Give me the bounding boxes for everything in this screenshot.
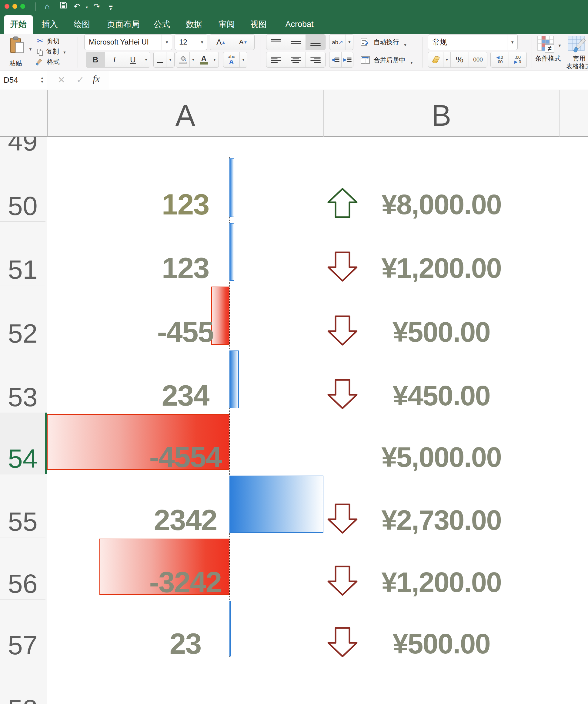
customize-quick-access-icon[interactable]: ▬▼ <box>109 4 112 11</box>
ribbon-tab-4[interactable]: 公式 <box>150 15 174 34</box>
border-button[interactable] <box>154 52 166 67</box>
paste-button[interactable] <box>8 36 27 55</box>
cell-a56-value[interactable]: -3242 <box>47 567 323 597</box>
comma-style-button[interactable]: 000 <box>469 52 487 67</box>
align-middle-button[interactable] <box>286 35 306 50</box>
row-header-54[interactable]: 54 <box>0 445 46 472</box>
cell-b55-value[interactable]: ¥2,730.00 <box>323 505 559 535</box>
row-header-55[interactable]: 55 <box>0 508 46 535</box>
font-color-button[interactable]: A <box>197 52 211 67</box>
cell-b57-value[interactable]: ¥500.00 <box>323 629 559 659</box>
currency-dropdown-icon[interactable]: ▼ <box>443 52 451 67</box>
italic-button[interactable]: I <box>105 52 124 67</box>
grow-font-button[interactable]: A▲ <box>210 35 232 50</box>
ribbon-tab-3[interactable]: 页面布局 <box>103 15 144 34</box>
currency-format-button[interactable] <box>428 52 443 67</box>
increase-decimal-button[interactable]: ◀.0.00 <box>491 52 509 67</box>
conditional-formatting-dropdown-icon[interactable]: ▼ <box>558 43 562 48</box>
format-painter-button[interactable]: 格式 <box>36 58 59 67</box>
cell-a57-value[interactable]: 23 <box>47 629 323 659</box>
decrease-indent-button[interactable]: ◀ <box>329 52 341 67</box>
ribbon-tab-8[interactable]: Acrobat <box>280 15 319 34</box>
ribbon-tab-7[interactable]: 视图 <box>247 15 270 34</box>
row-header-52[interactable]: 52 <box>0 320 46 347</box>
row-header-51[interactable]: 51 <box>0 256 46 283</box>
zoom-window-button[interactable] <box>20 4 25 9</box>
ribbon-tab-6[interactable]: 审阅 <box>215 15 238 34</box>
cell-b53-value[interactable]: ¥450.00 <box>323 380 559 411</box>
name-box[interactable]: D54 ▲▼ <box>0 71 47 89</box>
increase-indent-button[interactable]: ▶ <box>341 52 353 67</box>
conditional-formatting-button[interactable]: ≠ <box>537 36 555 54</box>
cell-b54-value[interactable]: ¥5,000.00 <box>323 442 559 472</box>
text-orientation-button[interactable]: ab↗ <box>329 35 346 50</box>
wrap-text-button[interactable]: 自动换行 ▼ <box>361 38 407 48</box>
column-header-b[interactable]: B <box>323 99 559 132</box>
row-header-53[interactable]: 53 <box>0 384 46 410</box>
paste-label[interactable]: 粘贴 <box>9 59 22 68</box>
copy-button[interactable]: 复制 ▼ <box>37 47 66 56</box>
cell-b52-value[interactable]: ¥500.00 <box>323 317 559 347</box>
number-format-select[interactable]: 常规 ▼ <box>428 34 518 50</box>
save-icon[interactable] <box>59 1 67 11</box>
format-as-table-label-1[interactable]: 套用 <box>573 54 586 63</box>
close-window-button[interactable] <box>5 4 9 9</box>
insert-function-icon[interactable]: fx <box>93 73 100 84</box>
ribbon-tab-5[interactable]: 数据 <box>181 15 207 34</box>
formula-input[interactable] <box>109 71 588 89</box>
shrink-font-button[interactable]: A▼ <box>232 35 254 50</box>
row-header-57[interactable]: 57 <box>0 632 46 658</box>
cell-b50-value[interactable]: ¥8,000.00 <box>323 189 559 220</box>
undo-icon[interactable]: ↶ <box>74 2 80 11</box>
cancel-icon[interactable]: ✕ <box>58 74 65 85</box>
column-header-a[interactable]: A <box>47 99 323 132</box>
minimize-window-button[interactable] <box>12 4 17 9</box>
sheet-grid[interactable]: 123¥8,000.00123¥1,200.00-455¥500.00234¥4… <box>47 137 588 704</box>
merge-center-button[interactable]: 合并后居中 ▼ <box>361 56 414 65</box>
font-name-select[interactable]: Microsoft YaHei UI ▼ <box>84 34 172 50</box>
align-right-button[interactable] <box>306 52 325 67</box>
font-size-select[interactable]: 12 ▼ <box>174 34 207 50</box>
conditional-formatting-label[interactable]: 条件格式 <box>535 54 561 63</box>
fill-color-dropdown-icon[interactable]: ▼ <box>190 52 197 67</box>
home-icon[interactable]: ⌂ <box>45 2 50 11</box>
ribbon-tab-1[interactable]: 插入 <box>38 15 61 34</box>
cell-a54-value[interactable]: -4554 <box>47 442 323 472</box>
name-box-stepper[interactable]: ▲▼ <box>40 76 47 84</box>
redo-icon[interactable]: ↷ <box>93 2 100 11</box>
cell-a50-value[interactable]: 123 <box>47 189 323 220</box>
undo-dropdown-icon[interactable]: ▼ <box>85 5 89 9</box>
decrease-decimal-button[interactable]: .00▶.0 <box>509 52 527 67</box>
fill-color-button[interactable] <box>176 52 190 67</box>
ribbon-tab-0[interactable]: 开始 <box>4 15 33 34</box>
bold-button[interactable]: B <box>86 52 105 67</box>
cell-a55-value[interactable]: 2342 <box>47 505 323 535</box>
header-divider-bc[interactable] <box>559 90 559 137</box>
cell-b56-value[interactable]: ¥1,200.00 <box>323 567 559 597</box>
paste-dropdown-icon[interactable]: ▼ <box>29 47 33 52</box>
align-top-button[interactable] <box>266 35 286 50</box>
underline-button[interactable]: U <box>124 52 142 67</box>
format-as-table-label-2[interactable]: 表格格式 <box>566 62 588 71</box>
cell-a53-value[interactable]: 234 <box>47 380 323 411</box>
border-dropdown-icon[interactable]: ▼ <box>166 52 174 67</box>
underline-dropdown-icon[interactable]: ▼ <box>142 52 150 67</box>
phonetic-button[interactable]: abc A <box>223 52 240 67</box>
ribbon-tab-2[interactable]: 绘图 <box>70 15 94 34</box>
format-as-table-button[interactable] <box>568 36 588 54</box>
row-header-50[interactable]: 50 <box>0 193 46 219</box>
align-left-button[interactable] <box>266 52 286 67</box>
cell-b51-value[interactable]: ¥1,200.00 <box>323 253 559 283</box>
row-header-49[interactable]: 49 <box>0 137 46 155</box>
percent-style-button[interactable]: % <box>451 52 469 67</box>
align-center-button[interactable] <box>286 52 306 67</box>
orientation-dropdown-icon[interactable]: ▼ <box>346 35 353 50</box>
cell-a52-value[interactable]: -455 <box>47 317 323 347</box>
phonetic-dropdown-icon[interactable]: ▼ <box>240 52 247 67</box>
cell-a51-value[interactable]: 123 <box>47 253 323 283</box>
enter-icon[interactable]: ✓ <box>76 74 84 85</box>
row-header-58[interactable]: 58 <box>0 696 46 704</box>
font-color-dropdown-icon[interactable]: ▼ <box>211 52 218 67</box>
align-bottom-button[interactable] <box>306 35 325 50</box>
row-header-56[interactable]: 56 <box>0 571 46 597</box>
